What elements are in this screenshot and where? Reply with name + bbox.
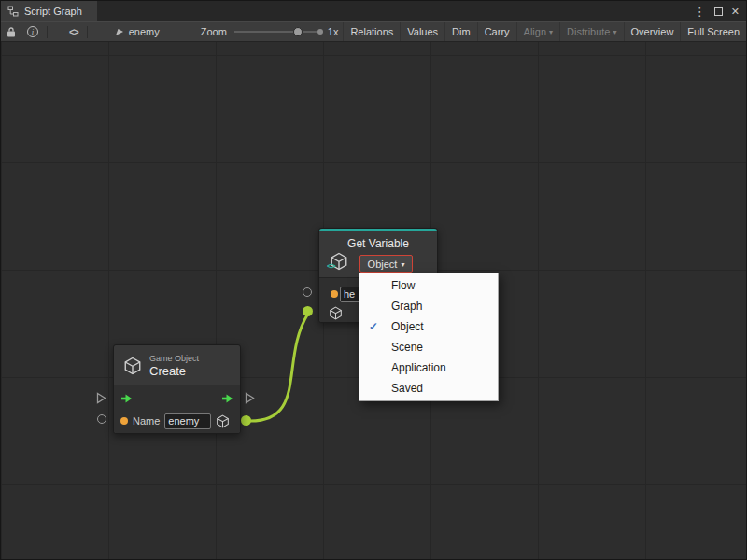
- create-flow-input-port[interactable]: [96, 392, 106, 404]
- info-button[interactable]: i: [21, 22, 44, 41]
- current-variable: enemy: [115, 26, 160, 37]
- window-menu-icon[interactable]: ⋮: [694, 6, 706, 18]
- variable-icon: [115, 27, 124, 36]
- distribute-button[interactable]: Distribute ▾: [559, 22, 623, 41]
- create-node-body: Name: [114, 385, 240, 433]
- flow-output-arrow-icon[interactable]: [221, 393, 233, 404]
- create-node-header: Game Object Create: [114, 345, 240, 385]
- tab-title: Script Graph: [24, 6, 82, 17]
- getvariable-object-input-port[interactable]: [303, 306, 313, 316]
- lock-button[interactable]: [1, 22, 21, 41]
- variable-code-icon: <>: [327, 261, 335, 271]
- chevron-down-icon: ▾: [613, 28, 617, 36]
- align-button[interactable]: Align ▾: [516, 22, 559, 41]
- script-graph-icon: [7, 6, 19, 17]
- chevron-down-icon: ▾: [401, 260, 404, 269]
- maximize-icon[interactable]: [714, 7, 723, 16]
- variable-scope-value: Object: [368, 259, 398, 270]
- getvariable-name-input-port[interactable]: [303, 287, 312, 297]
- wire-path[interactable]: [247, 314, 308, 421]
- node-title: Create: [149, 364, 199, 378]
- code-preview-button[interactable]: <>: [63, 22, 84, 41]
- game-object-cube-icon: [123, 357, 142, 375]
- flow-port-row: [114, 387, 240, 410]
- node-accent-bar: [319, 229, 437, 231]
- zoom-value[interactable]: 1x: [328, 26, 339, 37]
- menu-item-scene[interactable]: Scene: [359, 337, 498, 357]
- output-object-cube-icon[interactable]: [216, 414, 230, 428]
- name-value-port-icon[interactable]: [120, 417, 128, 425]
- fallback-object-cube-icon[interactable]: [329, 306, 343, 320]
- menu-item-application[interactable]: Application: [359, 357, 498, 378]
- chevron-down-icon: ▾: [549, 28, 553, 36]
- tab-script-graph[interactable]: Script Graph: [1, 1, 97, 21]
- menu-item-graph[interactable]: Graph: [359, 296, 498, 316]
- toolbar-separator: [47, 26, 48, 38]
- menu-item-flow[interactable]: Flow: [359, 275, 498, 296]
- toolbar-buttons: Relations Values Dim Carry Align ▾ Distr…: [343, 22, 746, 41]
- dim-button[interactable]: Dim: [444, 22, 477, 41]
- variable-kind-menu: Flow Graph ✓ Object Scene Application Sa…: [359, 273, 499, 401]
- zoom-slider-track[interactable]: [234, 31, 320, 33]
- zoom-slider[interactable]: [234, 21, 320, 42]
- menu-item-saved[interactable]: Saved: [359, 378, 498, 399]
- script-graph-window: Script Graph ⋮ ✕ i <> enemy Zoom: [0, 0, 747, 560]
- zoom-slider-handle[interactable]: [293, 27, 303, 36]
- title-bar: Script Graph ⋮ ✕: [1, 1, 746, 21]
- menu-item-object[interactable]: ✓ Object: [359, 316, 498, 337]
- toolbar-separator: [87, 26, 88, 38]
- create-name-input-port[interactable]: [97, 414, 106, 424]
- code-icon: <>: [69, 27, 78, 37]
- create-flow-output-port[interactable]: [245, 392, 255, 404]
- fullscreen-button[interactable]: Full Screen: [680, 22, 746, 41]
- zoom-label: Zoom: [201, 26, 227, 37]
- flow-input-arrow-icon[interactable]: [120, 393, 133, 404]
- node-category: Game Object: [149, 354, 199, 363]
- graph-canvas[interactable]: Game Object Create Name: [1, 42, 746, 559]
- values-button[interactable]: Values: [400, 22, 444, 41]
- carry-button[interactable]: Carry: [477, 22, 516, 41]
- lock-icon: [7, 26, 16, 37]
- name-port-label: Name: [133, 415, 160, 427]
- create-game-object-node[interactable]: Game Object Create Name: [113, 344, 241, 434]
- graph-toolbar: i <> enemy Zoom 1x Relations Values Dim …: [1, 21, 746, 42]
- window-controls: ⋮ ✕: [694, 1, 746, 21]
- zoom-slider-end: [317, 29, 323, 35]
- variable-name-port-icon[interactable]: [331, 290, 338, 298]
- variable-scope-dropdown[interactable]: Object ▾: [359, 255, 413, 273]
- check-icon: ✓: [369, 320, 382, 333]
- relations-button[interactable]: Relations: [343, 22, 400, 41]
- create-node-titles: Game Object Create: [149, 354, 199, 378]
- name-input[interactable]: [164, 413, 211, 429]
- node-title: Get Variable: [319, 237, 437, 250]
- create-object-output-port[interactable]: [241, 415, 251, 426]
- variable-name-label: enemy: [129, 26, 160, 37]
- name-port-row: Name: [114, 410, 240, 432]
- info-icon: i: [27, 26, 38, 37]
- close-icon[interactable]: ✕: [731, 7, 740, 17]
- overview-button[interactable]: Overview: [624, 22, 681, 41]
